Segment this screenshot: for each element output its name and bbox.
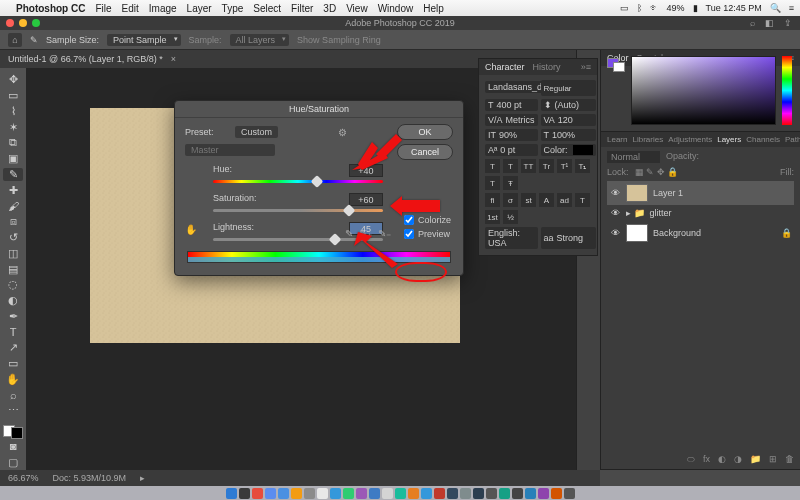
layer-name[interactable]: glitter (650, 208, 672, 218)
menu-view[interactable]: View (346, 3, 368, 14)
search-icon[interactable]: ⌕ (750, 18, 755, 28)
type-style-buttons[interactable]: TTTTTrT¹T₁TŦ (485, 159, 596, 190)
show-ring-checkbox[interactable]: Show Sampling Ring (297, 35, 381, 45)
tab-paths[interactable]: Paths (785, 135, 800, 144)
battery-icon[interactable]: ▮ (693, 3, 698, 13)
dock-app-icon[interactable] (395, 488, 406, 499)
workspace-icon[interactable]: ◧ (765, 18, 774, 28)
tracking-field[interactable]: VA 120 (541, 114, 596, 126)
dock-app-icon[interactable] (538, 488, 549, 499)
color-field[interactable]: Color: (541, 144, 596, 156)
font-style-dropdown[interactable]: Regular (541, 80, 596, 96)
font-size-field[interactable]: T 400 pt (485, 99, 538, 111)
eyedropper-sub-icon[interactable]: ✎₋ (378, 228, 391, 239)
dock-app-icon[interactable] (330, 488, 341, 499)
layer-name[interactable]: Background (653, 228, 701, 238)
menu-help[interactable]: Help (423, 3, 444, 14)
notification-icon[interactable]: ≡ (789, 3, 794, 13)
trash-icon[interactable]: 🗑 (785, 454, 794, 465)
link-icon[interactable]: ⬭ (687, 454, 695, 465)
hscale-field[interactable]: T 100% (541, 129, 596, 141)
dock-app-icon[interactable] (460, 488, 471, 499)
dock-app-icon[interactable] (317, 488, 328, 499)
stamp-tool-icon[interactable]: ⧇ (3, 215, 23, 229)
dock-app-icon[interactable] (408, 488, 419, 499)
cancel-button[interactable]: Cancel (397, 144, 453, 160)
dock-app-icon[interactable] (382, 488, 393, 499)
menu-layer[interactable]: Layer (187, 3, 212, 14)
dock-app-icon[interactable] (447, 488, 458, 499)
airplay-icon[interactable]: ▭ (620, 3, 629, 13)
document-tab[interactable]: Untitled-1 @ 66.7% (Layer 1, RGB/8) * (8, 54, 163, 64)
color-picker[interactable] (631, 56, 776, 125)
menu-3d[interactable]: 3D (323, 3, 336, 14)
mask-icon[interactable]: ◐ (718, 454, 726, 465)
share-icon[interactable]: ⇪ (784, 18, 792, 28)
dock-app-icon[interactable] (564, 488, 575, 499)
leading-field[interactable]: ⬍ (Auto) (541, 99, 596, 111)
hand-tool-icon[interactable]: ✋ (3, 373, 23, 387)
menu-edit[interactable]: Edit (122, 3, 139, 14)
menu-window[interactable]: Window (378, 3, 414, 14)
dock-app-icon[interactable] (343, 488, 354, 499)
vscale-field[interactable]: IT 90% (485, 129, 538, 141)
hue-slider[interactable] (213, 180, 383, 183)
layer-name[interactable]: Layer 1 (653, 188, 683, 198)
lock-icons[interactable]: ▦ ✎ ✥ 🔒 (635, 167, 679, 177)
saturation-slider[interactable] (213, 209, 383, 212)
dock-app-icon[interactable] (512, 488, 523, 499)
layer-row[interactable]: 👁Layer 1 (607, 181, 794, 205)
tab-history[interactable]: History (533, 62, 561, 72)
adjustment-icon[interactable]: ◑ (734, 454, 742, 465)
tab-channels[interactable]: Channels (746, 135, 780, 144)
bluetooth-icon[interactable]: ᛒ (637, 3, 642, 13)
group-icon[interactable]: 📁 (750, 454, 761, 465)
eyedropper-add-icon[interactable]: ✎₊ (359, 228, 372, 239)
frame-tool-icon[interactable]: ▣ (3, 152, 23, 166)
ok-button[interactable]: OK (397, 124, 453, 140)
dock-app-icon[interactable] (291, 488, 302, 499)
dock-app-icon[interactable] (356, 488, 367, 499)
dock-app-icon[interactable] (486, 488, 497, 499)
dock-app-icon[interactable] (473, 488, 484, 499)
sample-dropdown[interactable]: All Layers (230, 34, 290, 46)
tab-character[interactable]: Character (485, 62, 525, 72)
wifi-icon[interactable]: ᯤ (650, 3, 659, 13)
menu-image[interactable]: Image (149, 3, 177, 14)
fx-icon[interactable]: fx (703, 454, 710, 465)
menu-select[interactable]: Select (253, 3, 281, 14)
spotlight-icon[interactable]: 🔍 (770, 3, 781, 13)
dock-app-icon[interactable] (239, 488, 250, 499)
edit-toolbar-icon[interactable]: ⋯ (3, 404, 23, 418)
tab-libraries[interactable]: Libraries (632, 135, 663, 144)
app-name[interactable]: Photoshop CC (16, 3, 85, 14)
hand-icon[interactable]: ✋ (185, 224, 197, 235)
dock-app-icon[interactable] (369, 488, 380, 499)
preset-dropdown[interactable]: Custom (235, 126, 278, 138)
quickmask-icon[interactable]: ◙ (3, 440, 23, 454)
tab-adjustments[interactable]: Adjustments (668, 135, 712, 144)
doc-size[interactable]: Doc: 5.93M/10.9M (53, 473, 127, 483)
home-icon[interactable]: ⌂ (8, 33, 22, 47)
dock-app-icon[interactable] (278, 488, 289, 499)
crop-tool-icon[interactable]: ⧉ (3, 136, 23, 150)
dock-app-icon[interactable] (421, 488, 432, 499)
lasso-tool-icon[interactable]: ⌇ (3, 105, 23, 119)
wand-tool-icon[interactable]: ✶ (3, 120, 23, 134)
preview-checkbox[interactable]: Preview (404, 229, 451, 239)
hue-strip[interactable] (782, 56, 792, 125)
dock-app-icon[interactable] (499, 488, 510, 499)
saturation-input[interactable]: +60 (349, 193, 383, 206)
menu-type[interactable]: Type (222, 3, 244, 14)
dodge-tool-icon[interactable]: ◐ (3, 294, 23, 308)
color-swatches[interactable] (3, 425, 23, 439)
traffic-lights[interactable] (6, 19, 40, 27)
tab-learn[interactable]: Learn (607, 135, 627, 144)
heal-tool-icon[interactable]: ✚ (3, 183, 23, 197)
type-tool-icon[interactable]: T (3, 325, 23, 339)
marquee-tool-icon[interactable]: ▭ (3, 89, 23, 103)
path-tool-icon[interactable]: ↗ (3, 341, 23, 355)
sample-size-dropdown[interactable]: Point Sample (107, 34, 181, 46)
spectrum-bar[interactable] (187, 251, 451, 263)
master-dropdown[interactable]: Master (185, 144, 275, 156)
